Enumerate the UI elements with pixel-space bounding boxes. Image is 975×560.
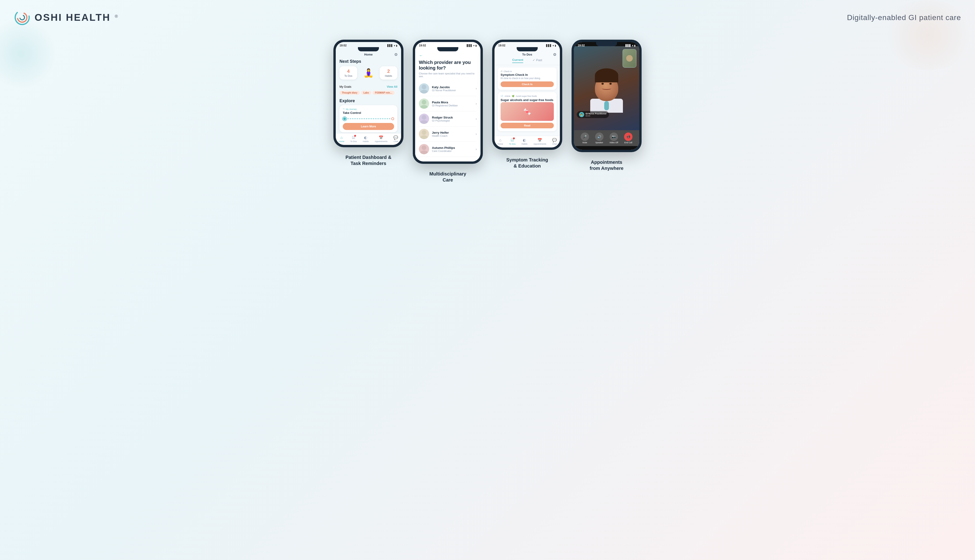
nav3-appointments[interactable]: 📅 Appointments — [534, 138, 546, 145]
svg-point-10 — [420, 135, 428, 139]
tab-past[interactable]: ✓ Past — [533, 58, 542, 63]
checkmark-icon: ✓ — [533, 58, 535, 62]
checkin-button[interactable]: Check In — [501, 82, 554, 87]
header: OSHI HEALTH ® Digitally-enabled GI patie… — [14, 9, 961, 26]
provider-row-rodger[interactable]: Rodger Struck GI Psychologist › — [419, 111, 477, 127]
dashboard-illustration: 🧘‍♀️ — [360, 68, 377, 78]
path-dot-end — [391, 117, 394, 120]
nav3-habits-label: Habits — [522, 143, 528, 145]
svg-point-7 — [422, 115, 426, 120]
journey-label: 〜 My Journey — [343, 108, 394, 111]
phone1-status-icons: ▋▋▋ ▾ ▮ — [387, 44, 397, 47]
end-call-button[interactable]: 📵 End Call — [624, 133, 633, 144]
phone2-status-icons: ▋▋▋ ▾ ▮ — [467, 44, 477, 47]
phone3-column: 19:02 ▋▋▋ ▾ ▮ To Dos ⊙ — [492, 40, 562, 169]
provider-name-rodger: Rodger Struck — [432, 116, 473, 119]
goals-view-all[interactable]: View All — [387, 85, 397, 88]
user-icon3[interactable]: ⊙ — [553, 52, 556, 57]
svg-point-12 — [420, 150, 428, 154]
learn-more-button[interactable]: Learn More — [343, 123, 394, 130]
nav-habits-label: Habits — [363, 140, 369, 143]
phone4-bottom-spacer — [574, 146, 639, 150]
provider-info-autumn: Autumn Phillips Care Coordinator — [432, 146, 473, 152]
article-title: Sugar alcohols and sugar-free foods — [501, 98, 554, 102]
svg-point-1 — [18, 13, 27, 22]
provider-name-katy: Katy Jacobs — [432, 85, 473, 89]
explore-title: Explore — [339, 98, 397, 103]
back-button[interactable]: ← — [415, 51, 481, 58]
phone3-status-icons: ▋▋▋ ▾ ▮ — [546, 44, 556, 47]
mute-button[interactable]: 🎤 Mute — [581, 133, 589, 144]
speaker-button[interactable]: 🔊 Speaker — [595, 133, 604, 144]
doctor-smile — [602, 87, 611, 90]
goals-label: My Goals — [339, 85, 351, 88]
read-button[interactable]: Read — [501, 123, 554, 128]
path-line — [347, 118, 391, 119]
phones-row: 19:02 ▋▋▋ ▾ ▮ Home — [14, 40, 961, 183]
nav-chat[interactable]: 💬 Chat — [393, 135, 398, 143]
phone1-caption: Patient Dashboard & Task Reminders — [346, 154, 392, 167]
phone3-notch — [517, 47, 538, 51]
chat-icon: 💬 — [393, 135, 398, 140]
mute-icon: 🎤 — [581, 133, 589, 141]
nav3-home-label: Home — [498, 143, 503, 145]
video-off-button[interactable]: 📷 Video Off — [609, 133, 618, 144]
phone3-caption: Symptom Tracking & Education — [506, 157, 548, 169]
tab-current[interactable]: Current — [512, 58, 523, 63]
provider-row-jerry[interactable]: Jerry Helfer Health Coach › — [419, 127, 477, 142]
nav3-habits[interactable]: ◐ Habits — [522, 138, 528, 145]
nav-appointments[interactable]: 📅 Appointments — [375, 135, 387, 143]
habits-card[interactable]: 2 Habits — [380, 66, 397, 80]
phone1-inner: 19:02 ▋▋▋ ▾ ▮ Home — [336, 42, 401, 145]
caller-name: GI Nurse Practitioner — [586, 112, 606, 115]
user-icon[interactable]: ⊙ — [394, 52, 397, 57]
phone2-time: 19:02 — [419, 44, 426, 47]
provider-role-paula: GI Registered Dietitian — [432, 104, 473, 107]
logo-registered: ® — [115, 14, 118, 19]
nav3-chat-label: Chat — [553, 143, 557, 145]
phone4-caption: Appointments from Anywhere — [590, 159, 624, 171]
caller-details: GI Nurse Practitioner 00:04 — [586, 112, 606, 117]
provider-list: Katy Jacobs GI Nurse Practitioner › Paul… — [415, 81, 481, 157]
tag-labs[interactable]: Labs — [361, 91, 371, 95]
pip-content — [623, 50, 636, 67]
wifi-icon4: ▾ — [632, 44, 633, 47]
nav-todos[interactable]: ☑ To Dos — [350, 135, 357, 143]
nav3-home[interactable]: ⌂ Home — [498, 138, 503, 145]
provider-role-rodger: GI Psychologist — [432, 119, 473, 122]
journey-card: 〜 My Journey Take Control Learn More — [339, 105, 397, 132]
phone3-screen-title: To Dos — [522, 53, 532, 56]
svg-point-4 — [420, 90, 428, 93]
nav3-todos[interactable]: ☑ To Dos — [509, 138, 516, 145]
wifi-icon: ▾ — [394, 44, 395, 47]
signal-icon4: ▋▋▋ — [626, 44, 631, 47]
phone4-column: 19:02 ▋▋▋ ▾ ▮ — [571, 40, 641, 171]
provider-info-katy: Katy Jacobs GI Nurse Practitioner — [432, 85, 473, 92]
provider-role-jerry: Health Coach — [432, 134, 473, 137]
article-image: 🍬 — [501, 102, 554, 121]
avatar-autumn — [419, 144, 429, 154]
signal-icon3: ▋▋▋ — [546, 44, 552, 47]
nav-home[interactable]: ⌂ Home — [339, 135, 344, 143]
signal-icon: ▋▋▋ — [387, 44, 393, 47]
phone3-content: ⏱ Check In Symptom Check In It's time to… — [494, 65, 560, 136]
phone1-notch — [358, 47, 379, 51]
phone2-screen: ← Which provider are you looking for? Ch… — [415, 51, 481, 157]
provider-row-katy[interactable]: Katy Jacobs GI Nurse Practitioner › — [419, 81, 477, 96]
nav3-todos-label: To Dos — [509, 143, 516, 145]
phone4-status-icons: ▋▋▋ ▾ ▮ — [626, 44, 636, 47]
nav3-chat[interactable]: 💬 Chat — [552, 138, 557, 145]
chevron-icon-rodger: › — [476, 117, 477, 121]
tag-thought-diary[interactable]: Thought diary — [339, 91, 360, 95]
todos-card[interactable]: 4 To Dos — [339, 66, 357, 80]
checkin-desc: It's time to check in on how your doing. — [501, 77, 554, 80]
wifi-icon3: ▾ — [553, 44, 554, 47]
svg-point-11 — [422, 145, 426, 150]
nav-home-label: Home — [339, 140, 344, 143]
nav-habits[interactable]: ◐ Habits — [363, 135, 369, 143]
nav-todos-label: To Dos — [350, 140, 357, 143]
tag-fodmap[interactable]: FODMAP rein… — [372, 91, 394, 95]
provider-row-autumn[interactable]: Autumn Phillips Care Coordinator › — [419, 142, 477, 157]
checkin-card: ⏱ Check In Symptom Check In It's time to… — [498, 67, 557, 90]
provider-row-paula[interactable]: Paula Mora GI Registered Dietitian › — [419, 96, 477, 111]
